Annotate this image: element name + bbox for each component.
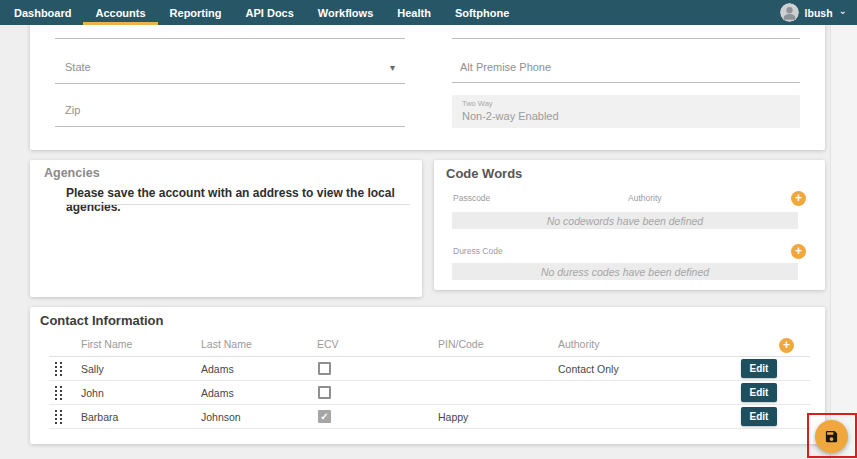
two-way-field: Two Way Non-2-way Enabled [452, 95, 800, 128]
code-words-title: Code Words [446, 166, 522, 181]
chevron-down-icon: ▾ [390, 62, 395, 73]
nav-item-api-docs[interactable]: API Docs [234, 0, 306, 25]
user-menu[interactable]: lbush ⌄ [780, 0, 847, 25]
table-row: Sally Adams Contact Only Edit [49, 357, 810, 381]
ecv-column-header: ECV [317, 338, 438, 350]
add-duress-code-button[interactable]: + [791, 244, 806, 259]
contact-first-name: John [81, 387, 201, 399]
duress-code-label: Duress Code [453, 246, 503, 256]
active-tab-indicator [83, 22, 157, 25]
two-way-label: Two Way [462, 99, 790, 108]
contact-first-name: Sally [81, 363, 201, 375]
user-name: lbush [805, 7, 833, 19]
codewords-empty-state: No codewords have been defined [452, 212, 798, 229]
zip-field-underline [55, 126, 405, 127]
nav-item-reporting[interactable]: Reporting [158, 0, 234, 25]
edit-contact-button[interactable]: Edit [741, 383, 777, 402]
contacts-table-header: First Name Last Name ECV PIN/Code Author… [49, 332, 810, 357]
code-words-card: Code Words Passcode Authority + No codew… [434, 160, 825, 290]
ecv-checkbox[interactable] [318, 362, 331, 375]
contact-information-title: Contact Information [40, 313, 164, 328]
nav-item-dashboard[interactable]: Dashboard [2, 0, 83, 25]
duress-codes-empty-state: No duress codes have been defined [452, 263, 798, 280]
nav-item-label: Accounts [95, 7, 145, 19]
agencies-message: Please save the account with an address … [66, 186, 422, 214]
app-screen: Dashboard Accounts Reporting API Docs Wo… [0, 0, 857, 459]
contacts-table: First Name Last Name ECV PIN/Code Author… [49, 332, 810, 429]
add-icon: + [795, 244, 802, 258]
contact-last-name: Johnson [201, 411, 317, 423]
agencies-card: Agencies Please save the account with an… [30, 160, 422, 297]
edit-contact-button[interactable]: Edit [741, 407, 777, 426]
agencies-title: Agencies [44, 166, 100, 180]
contact-last-name: Adams [201, 387, 317, 399]
ecv-checkbox[interactable] [318, 410, 331, 423]
last-name-column-header: Last Name [201, 338, 317, 350]
contact-last-name: Adams [201, 363, 317, 375]
authority-column-header: Authority [558, 338, 730, 350]
nav-item-label: Softphone [455, 7, 509, 19]
two-way-value: Non-2-way Enabled [462, 110, 790, 122]
add-codeword-button[interactable]: + [791, 191, 806, 206]
drag-handle-icon[interactable] [55, 386, 81, 400]
truncated-field-underline [55, 38, 405, 39]
table-row: Barbara Johnson Happy Edit [49, 405, 810, 429]
first-name-column-header: First Name [81, 338, 201, 350]
authority-label: Authority [628, 193, 662, 203]
divider [66, 204, 410, 205]
drag-handle-icon[interactable] [55, 362, 81, 376]
contact-first-name: Barbara [81, 411, 201, 423]
vertical-scrollbar[interactable] [830, 25, 857, 459]
table-row: John Adams Edit [49, 381, 810, 405]
nav-item-label: Workflows [318, 7, 373, 19]
save-button[interactable] [815, 420, 848, 453]
contact-authority: Contact Only [558, 363, 730, 375]
alt-premise-phone-label: Alt Premise Phone [460, 61, 551, 73]
save-icon [824, 429, 839, 444]
nav-item-accounts[interactable]: Accounts [83, 0, 157, 25]
add-icon: + [795, 191, 802, 205]
state-label: State [65, 61, 91, 73]
nav-item-label: API Docs [246, 7, 294, 19]
pin-code-column-header: PIN/Code [438, 338, 558, 350]
codewords-empty-text: No codewords have been defined [547, 215, 703, 227]
alt-premise-phone-underline [452, 82, 800, 83]
passcode-label: Passcode [453, 193, 490, 203]
duress-empty-text: No duress codes have been defined [541, 266, 709, 278]
contact-pin-code: Happy [438, 411, 558, 423]
ecv-checkbox[interactable] [318, 386, 331, 399]
drag-handle-icon[interactable] [55, 410, 81, 424]
nav-item-softphone[interactable]: Softphone [443, 0, 521, 25]
nav-item-label: Health [397, 7, 431, 19]
user-avatar-icon [780, 3, 799, 22]
top-nav: Dashboard Accounts Reporting API Docs Wo… [0, 0, 857, 25]
nav-item-health[interactable]: Health [385, 0, 443, 25]
truncated-field-underline [452, 38, 800, 39]
edit-contact-button[interactable]: Edit [741, 359, 777, 378]
state-field-underline [55, 83, 405, 84]
nav-item-workflows[interactable]: Workflows [306, 0, 385, 25]
zip-label: Zip [65, 104, 80, 116]
chevron-down-icon: ⌄ [839, 6, 847, 16]
contact-information-card: Contact Information + First Name Last Na… [30, 307, 825, 444]
nav-item-label: Reporting [170, 7, 222, 19]
nav-item-label: Dashboard [14, 7, 71, 19]
